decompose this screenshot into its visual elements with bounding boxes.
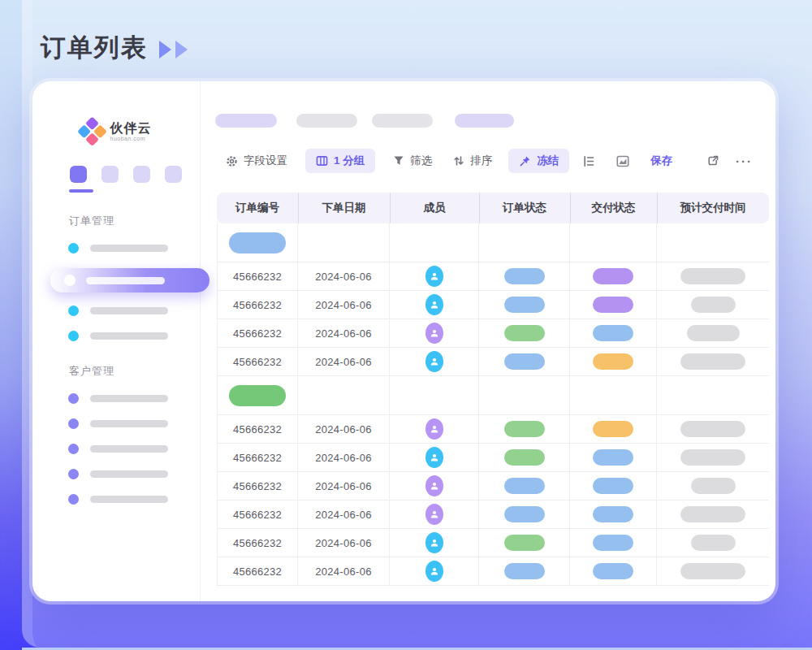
row-height-button[interactable] <box>582 155 595 167</box>
eta-pill <box>687 325 740 341</box>
person-icon <box>430 357 439 366</box>
order-status-pill <box>504 353 545 370</box>
workspace-tab[interactable] <box>165 166 182 183</box>
member-avatar <box>425 351 443 372</box>
person-icon <box>430 481 439 491</box>
eta-pill <box>691 478 736 494</box>
orders-table: 订单编号 下单日期 成员 订单状态 交付状态 预计交付时间 45666232 2… <box>217 193 769 586</box>
sidebar-item[interactable] <box>68 306 200 316</box>
person-icon <box>430 424 439 434</box>
delivery-status-pill <box>593 325 633 341</box>
field-settings-button[interactable]: 字段设置 <box>226 154 287 168</box>
member-avatar <box>425 475 443 496</box>
order-number-cell: 45666232 <box>217 472 298 500</box>
table-row[interactable]: 45666232 2024-06-06 <box>217 291 769 319</box>
sort-button[interactable]: 排序 <box>453 154 492 168</box>
person-icon <box>430 271 439 281</box>
member-avatar <box>425 532 443 553</box>
sidebar: 伙伴云 huoban.com 订单管理 客户管理 <box>32 81 201 601</box>
sidebar-item-active[interactable] <box>50 268 209 292</box>
order-number-cell: 45666232 <box>217 500 298 529</box>
more-button[interactable]: ··· <box>736 154 753 168</box>
placeholder-pill <box>455 114 514 128</box>
column-header-order-number[interactable]: 订单编号 <box>217 193 298 223</box>
member-avatar <box>425 504 443 525</box>
table-row[interactable]: 45666232 2024-06-06 <box>217 319 769 348</box>
order-number-cell: 45666232 <box>217 291 298 319</box>
member-avatar <box>425 323 443 344</box>
sidebar-item[interactable] <box>68 418 200 429</box>
sidebar-item[interactable] <box>68 243 200 254</box>
column-header-eta[interactable]: 预计交付时间 <box>657 193 769 223</box>
item-dot-icon <box>68 331 79 341</box>
group-button[interactable]: 1 分组 <box>305 149 375 173</box>
sidebar-item[interactable] <box>68 444 200 454</box>
column-header-member[interactable]: 成员 <box>390 193 479 223</box>
order-date-cell: 2024-06-06 <box>298 348 390 376</box>
table-row[interactable]: 45666232 2024-06-06 <box>217 529 769 557</box>
table-row[interactable]: 45666232 2024-06-06 <box>217 557 769 586</box>
person-icon <box>430 566 439 576</box>
eta-pill <box>691 535 736 551</box>
order-number-cell: 45666232 <box>217 319 298 348</box>
sidebar-item[interactable] <box>68 494 200 505</box>
chart-icon <box>616 155 629 167</box>
table-row[interactable]: 45666232 2024-06-06 <box>217 262 769 291</box>
order-status-pill <box>504 421 545 437</box>
member-avatar <box>425 447 443 468</box>
group-header-row[interactable] <box>217 223 769 262</box>
column-header-order-date[interactable]: 下单日期 <box>298 193 390 223</box>
save-button[interactable]: 保存 <box>650 154 672 168</box>
table-row[interactable]: 45666232 2024-06-06 <box>217 415 769 444</box>
group-label-pill <box>229 232 286 254</box>
item-label-placeholder <box>90 470 168 478</box>
order-number-cell: 45666232 <box>217 262 298 291</box>
sidebar-item[interactable] <box>68 469 200 479</box>
delivery-status-pill <box>593 449 633 466</box>
order-date-cell: 2024-06-06 <box>298 529 390 557</box>
delivery-status-pill <box>593 563 633 579</box>
arrow-right-icon <box>175 41 188 58</box>
order-date-cell: 2024-06-06 <box>298 319 390 348</box>
delivery-status-pill <box>593 478 633 494</box>
placeholder-pill <box>215 114 277 128</box>
group-header-row[interactable] <box>217 376 769 415</box>
eta-pill <box>680 506 745 522</box>
eta-pill <box>680 353 745 370</box>
table-row[interactable]: 45666232 2024-06-06 <box>217 472 769 500</box>
page-title: 订单列表 <box>41 31 148 65</box>
share-button[interactable] <box>706 154 719 167</box>
item-label-placeholder <box>86 277 165 284</box>
member-avatar <box>425 561 443 582</box>
group-label-pill <box>229 385 286 406</box>
table-row[interactable]: 45666232 2024-06-06 <box>217 348 769 376</box>
sidebar-item[interactable] <box>68 393 200 404</box>
item-label-placeholder <box>90 395 168 402</box>
freeze-button[interactable]: 冻结 <box>508 149 569 173</box>
table-row[interactable]: 45666232 2024-06-06 <box>217 444 769 472</box>
delivery-status-pill <box>593 506 633 522</box>
person-icon <box>430 453 439 462</box>
column-header-order-status[interactable]: 订单状态 <box>479 193 570 223</box>
page-header: 订单列表 <box>41 31 188 65</box>
person-icon <box>430 300 439 310</box>
workspace-tabs <box>70 166 200 183</box>
main-content: 字段设置 1 分组 筛选 <box>201 81 775 601</box>
group-board-icon <box>316 155 328 167</box>
item-dot-icon <box>68 393 79 404</box>
order-date-cell: 2024-06-06 <box>298 262 390 291</box>
delivery-status-pill <box>593 535 633 551</box>
column-header-delivery-status[interactable]: 交付状态 <box>570 193 657 223</box>
filter-button[interactable]: 筛选 <box>393 154 432 168</box>
workspace-tab[interactable] <box>102 166 119 183</box>
workspace-tab-active[interactable] <box>70 166 87 183</box>
sidebar-item[interactable] <box>68 331 200 341</box>
brand-domain: huoban.com <box>110 136 152 142</box>
item-label-placeholder <box>90 332 168 340</box>
pin-icon <box>519 155 531 167</box>
table-row[interactable]: 45666232 2024-06-06 <box>217 500 769 529</box>
order-number-cell: 45666232 <box>217 348 298 376</box>
workspace-tab[interactable] <box>133 166 150 183</box>
chart-view-button[interactable] <box>616 155 629 167</box>
logo[interactable]: 伙伴云 huoban.com <box>32 115 200 148</box>
